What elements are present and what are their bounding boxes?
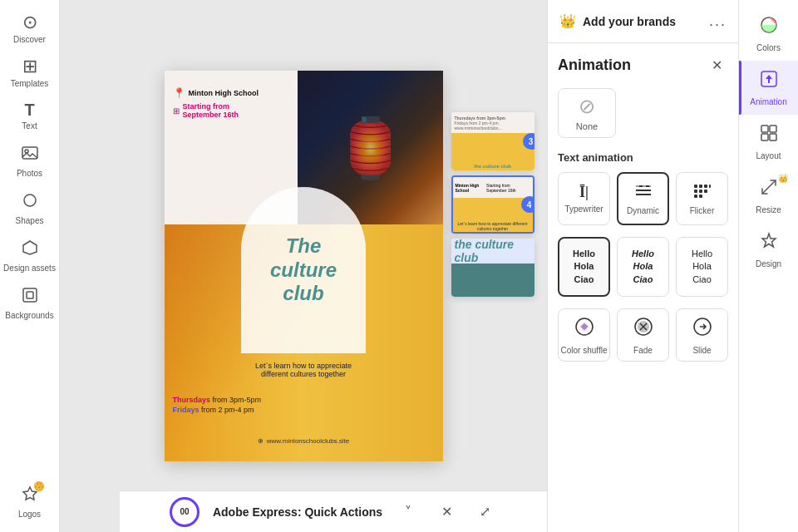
rs-item-animation[interactable]: Animation bbox=[739, 61, 798, 115]
dynamic-label: Dynamic bbox=[627, 206, 659, 215]
none-icon: ⊘ bbox=[579, 95, 595, 118]
rs-item-colors[interactable]: Colors bbox=[739, 7, 798, 61]
slide-label: Slide bbox=[692, 346, 711, 355]
slide-button[interactable]: Slide bbox=[676, 308, 728, 362]
poster: 🏮 📍 Minton High School ⊞ bbox=[165, 71, 443, 461]
discover-icon: ⊙ bbox=[22, 13, 37, 32]
thumbnail-5[interactable]: the culture club bbox=[451, 239, 534, 297]
sidebar-item-photos[interactable]: Photos bbox=[0, 137, 59, 185]
expand-icon: ⤢ bbox=[480, 504, 490, 520]
svg-rect-12 bbox=[709, 185, 711, 188]
thumbnail-strip: Thursdays from 3pm-5pm Fridays from 2 pm… bbox=[451, 112, 534, 297]
sidebar-label-photos: Photos bbox=[17, 169, 42, 178]
text-animation-grid: Ī| Typewriter Dynamic bbox=[558, 172, 728, 225]
photos-icon bbox=[21, 144, 39, 165]
svg-rect-14 bbox=[699, 190, 702, 193]
flicker-icon bbox=[692, 182, 712, 203]
text-icon: T bbox=[24, 101, 34, 118]
panel-header: Animation ✕ bbox=[558, 53, 728, 76]
color-shuffle-button[interactable]: Color shuffle bbox=[558, 308, 610, 362]
collapse-button[interactable]: ˅ bbox=[396, 500, 421, 525]
poster-website: www.mintonschoolclubs.site bbox=[267, 437, 350, 445]
flicker-label: Flicker bbox=[690, 206, 714, 215]
rs-label-colors: Colors bbox=[756, 43, 781, 52]
right-sidebar: Colors Animation Layout 👑 bbox=[738, 0, 798, 532]
svg-rect-29 bbox=[770, 134, 776, 140]
timer-display: 00 bbox=[170, 497, 200, 527]
animation-icon bbox=[759, 69, 779, 94]
sidebar-item-backgrounds[interactable]: Backgrounds bbox=[0, 279, 59, 327]
dynamic-button[interactable]: Dynamic bbox=[617, 172, 669, 225]
expand-button[interactable]: ⤢ bbox=[472, 500, 497, 525]
fade-button[interactable]: Fade bbox=[617, 308, 669, 362]
none-animation-button[interactable]: ⊘ None bbox=[558, 88, 616, 138]
poster-header: 📍 Minton High School ⊞ Starting from Sep… bbox=[173, 87, 259, 119]
rs-label-resize: Resize bbox=[756, 205, 781, 214]
hello-variant-3[interactable]: HelloHolaCiao bbox=[676, 237, 728, 297]
sidebar-item-shapes[interactable]: Shapes bbox=[0, 185, 59, 232]
sidebar-label-discover: Discover bbox=[13, 35, 46, 44]
color-shuffle-icon bbox=[574, 316, 595, 342]
more-options-button[interactable]: ... bbox=[709, 12, 727, 30]
sidebar-label-templates: Templates bbox=[11, 79, 49, 88]
resize-icon bbox=[759, 177, 779, 202]
rs-label-animation: Animation bbox=[750, 97, 786, 106]
sidebar-item-text[interactable]: T Text bbox=[0, 95, 59, 137]
thumbnail-3[interactable]: Thursdays from 3pm-5pm Fridays from 2 pm… bbox=[451, 112, 534, 170]
hello-text-2: HelloHolaCiao bbox=[632, 248, 654, 286]
poster-arch: The culture club bbox=[241, 187, 366, 353]
chevron-down-icon: ˅ bbox=[405, 504, 411, 520]
sidebar-item-logos[interactable]: 👑 Logos bbox=[0, 478, 59, 525]
sidebar-label-backgrounds: Backgrounds bbox=[5, 311, 53, 320]
svg-point-2 bbox=[24, 195, 36, 206]
panel-title: Animation bbox=[558, 57, 631, 74]
poster-schedule: Thursdays from 3pm-5pm Fridays from 2 pm… bbox=[173, 396, 435, 416]
svg-rect-13 bbox=[694, 190, 697, 193]
design-assets-icon bbox=[21, 239, 39, 260]
typewriter-icon: Ī| bbox=[579, 184, 589, 201]
poster-date-text: Starting from September 16th bbox=[183, 102, 239, 119]
sidebar-item-design-assets[interactable]: Design assets bbox=[0, 232, 59, 279]
hello-variant-2[interactable]: HelloHolaCiao bbox=[617, 237, 669, 297]
sidebar-item-templates[interactable]: ⊞ Templates bbox=[0, 51, 59, 95]
rs-item-resize[interactable]: 👑 Resize bbox=[739, 169, 798, 223]
close-panel-button[interactable]: ✕ bbox=[705, 53, 728, 76]
poster-school-name: Minton High School bbox=[189, 89, 259, 97]
svg-rect-28 bbox=[761, 134, 768, 140]
thumbnail-4[interactable]: Minton High School Starting from Septemb… bbox=[451, 175, 534, 234]
close-bottom-button[interactable]: ✕ bbox=[434, 500, 459, 525]
thumb-badge-4: 4 bbox=[521, 196, 534, 213]
rs-label-design: Design bbox=[756, 259, 781, 268]
sidebar-item-discover[interactable]: ⊙ Discover bbox=[0, 7, 59, 51]
fade-label: Fade bbox=[633, 346, 653, 355]
svg-rect-16 bbox=[694, 195, 697, 198]
templates-icon: ⊞ bbox=[22, 57, 37, 76]
crown-icon: 👑 bbox=[559, 13, 576, 29]
hello-variant-1[interactable]: HelloHolaCiao bbox=[558, 237, 610, 297]
flicker-button[interactable]: Flicker bbox=[676, 172, 728, 225]
svg-rect-9 bbox=[694, 185, 697, 188]
date-icon: ⊞ bbox=[173, 106, 180, 116]
rs-item-layout[interactable]: Layout bbox=[739, 115, 798, 169]
slide-icon bbox=[692, 316, 713, 342]
svg-rect-3 bbox=[23, 288, 37, 302]
thumb-badge-3: 3 bbox=[523, 133, 534, 150]
svg-rect-15 bbox=[704, 190, 707, 193]
svg-rect-4 bbox=[27, 292, 33, 298]
svg-rect-26 bbox=[761, 126, 768, 132]
none-label: None bbox=[576, 121, 598, 131]
fade-icon bbox=[633, 316, 654, 342]
hello-animation-grid: HelloHolaCiao HelloHolaCiao HelloHolaCia… bbox=[558, 237, 728, 297]
active-indicator bbox=[739, 61, 741, 115]
colors-icon bbox=[759, 15, 779, 40]
rs-item-design[interactable]: Design bbox=[739, 223, 798, 277]
location-pin-icon: 📍 bbox=[173, 87, 185, 99]
bottom-title: Adobe Express: Quick Actions bbox=[213, 505, 382, 519]
svg-rect-17 bbox=[699, 195, 702, 198]
brand-bar: 👑 Add your brands ... bbox=[548, 0, 738, 43]
canvas-container[interactable]: 🏮 📍 Minton High School ⊞ bbox=[165, 71, 443, 461]
typewriter-button[interactable]: Ī| Typewriter bbox=[558, 172, 610, 225]
color-shuffle-label: Color shuffle bbox=[561, 346, 608, 355]
sidebar-label-logos: Logos bbox=[18, 510, 41, 519]
poster-footer: ⊕ www.mintonschoolclubs.site bbox=[165, 437, 443, 445]
